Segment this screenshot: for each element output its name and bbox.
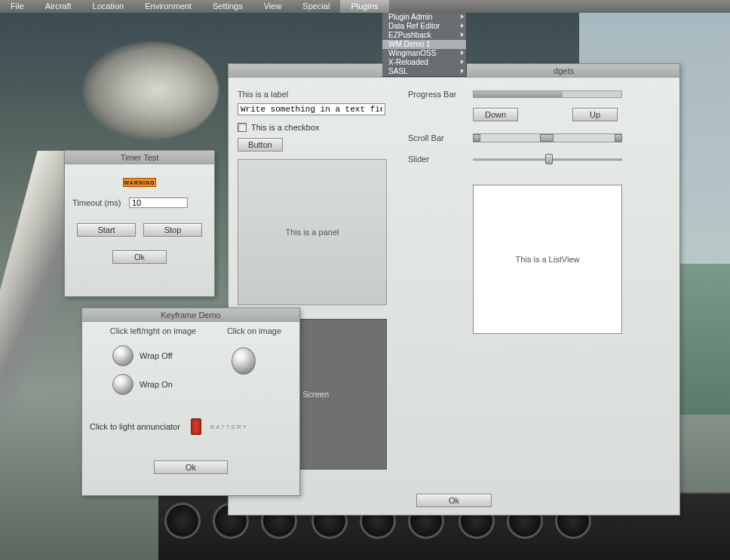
plugins-dropdown: Plugin AdminData Ref EditorEZPushbackWM … — [382, 13, 467, 77]
annunciator-label: Click to light annunciator — [90, 422, 180, 431]
down-button[interactable]: Down — [473, 108, 518, 121]
scroll-left-cap[interactable] — [473, 134, 480, 142]
scroll-right-cap[interactable] — [615, 134, 622, 142]
cockpit-metal — [83, 41, 219, 139]
scroll-thumb[interactable] — [540, 134, 554, 142]
timer-ok-button[interactable]: Ok — [112, 250, 167, 264]
plugin-menu-wm-demo-1[interactable]: WM Demo 1 — [382, 40, 466, 49]
progress-bar — [473, 90, 622, 98]
wrap-off-knob[interactable] — [112, 345, 133, 366]
wrap-off-label: Wrap Off — [140, 351, 173, 360]
timer-window-title[interactable]: Timer Test — [65, 151, 214, 164]
submenu-arrow-icon — [461, 32, 464, 37]
listview[interactable]: This is a ListView — [473, 185, 622, 334]
wrap-on-knob[interactable] — [112, 374, 133, 395]
keyframe-ok-button[interactable]: Ok — [154, 461, 228, 474]
warning-icon: WARNING — [123, 178, 156, 187]
plugin-menu-wingmanoss[interactable]: WingmanOSS — [382, 49, 466, 58]
slider[interactable] — [473, 155, 622, 163]
stop-button[interactable]: Stop — [143, 223, 202, 237]
wrap-on-label: Wrap On — [140, 380, 173, 389]
submenu-arrow-icon — [461, 60, 464, 64]
plugin-menu-sasl[interactable]: SASL — [382, 67, 466, 76]
text-input[interactable] — [238, 103, 385, 115]
menu-plugins[interactable]: Plugins — [340, 0, 388, 13]
checkbox[interactable] — [238, 123, 247, 132]
progress-label: Progress Bar — [408, 90, 473, 99]
start-button[interactable]: Start — [77, 223, 136, 237]
slider-handle[interactable] — [545, 154, 553, 164]
keyframe-window-title[interactable]: Keyframe Demo — [82, 308, 299, 322]
plugin-menu-x-reloaded[interactable]: X-Reloaded — [382, 58, 466, 67]
annunciator-lamp[interactable] — [191, 418, 201, 435]
generic-button[interactable]: Button — [238, 138, 283, 151]
plugin-menu-ezpushback[interactable]: EZPushback — [382, 31, 466, 40]
scrollbar-label: Scroll Bar — [408, 133, 473, 142]
submenu-arrow-icon — [461, 69, 464, 73]
click-image-knob[interactable] — [232, 347, 256, 375]
menu-aircraft[interactable]: Aircraft — [35, 0, 82, 13]
keyframe-demo-window: Keyframe Demo Click left/right on image … — [81, 308, 300, 496]
timer-test-window: Timer Test WARNING Timeout (ms) Start St… — [64, 150, 215, 297]
timeout-label: Timeout (ms) — [72, 198, 129, 207]
timeout-input[interactable] — [129, 197, 188, 208]
menu-environment[interactable]: Environment — [134, 0, 202, 13]
panel: This is a panel — [238, 159, 387, 305]
header-left: Click left/right on image — [90, 326, 216, 335]
slider-label: Slider — [408, 155, 473, 164]
scrollbar[interactable] — [473, 133, 622, 142]
header-right: Click on image — [216, 326, 292, 335]
menubar: FileAircraftLocationEnvironmentSettingsV… — [0, 0, 730, 13]
menu-location[interactable]: Location — [82, 0, 135, 13]
plugin-menu-plugin-admin[interactable]: Plugin Admin — [382, 13, 466, 22]
submenu-arrow-icon — [461, 14, 464, 19]
up-button[interactable]: Up — [572, 108, 618, 121]
checkbox-label: This is a checkbox — [251, 123, 319, 132]
menu-special[interactable]: Special — [292, 0, 340, 13]
menu-file[interactable]: File — [0, 0, 35, 13]
annunciator-text: BATTERY — [210, 424, 248, 430]
menu-view[interactable]: View — [253, 0, 293, 13]
submenu-arrow-icon — [461, 50, 464, 55]
main-ok-button[interactable]: Ok — [416, 494, 492, 507]
plugin-menu-data-ref-editor[interactable]: Data Ref Editor — [382, 22, 466, 31]
submenu-arrow-icon — [461, 23, 464, 28]
static-label: This is a label — [238, 90, 400, 99]
menu-settings[interactable]: Settings — [202, 0, 253, 13]
